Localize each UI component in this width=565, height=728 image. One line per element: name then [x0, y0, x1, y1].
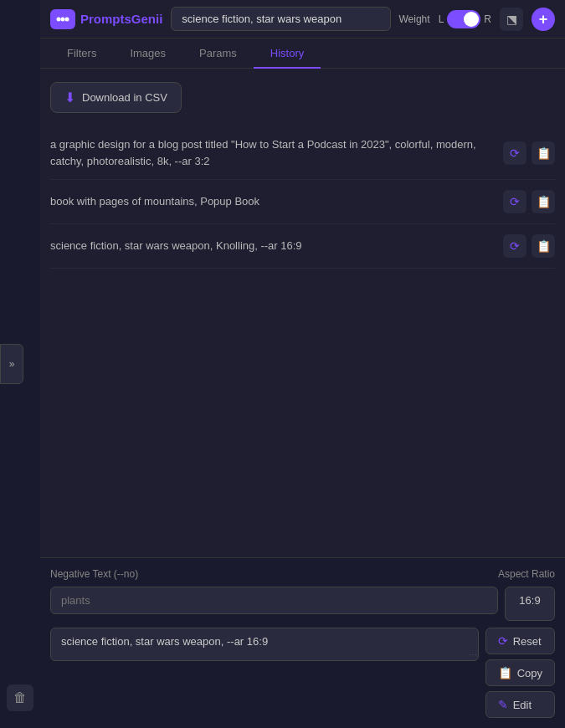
reload-icon: ⟳: [510, 146, 520, 160]
reload-icon: ⟳: [510, 239, 520, 253]
csv-button-label: Download in CSV: [82, 91, 167, 104]
reset-button[interactable]: ⟳ Reset: [485, 628, 555, 654]
logo-icon: [50, 9, 75, 29]
reset-icon: ⟳: [498, 634, 508, 648]
toggle-switch[interactable]: [447, 10, 480, 28]
action-buttons: ⟳ Reset 📋 Copy ✎ Edit: [485, 628, 555, 718]
aspect-ratio-display: 16:9: [505, 587, 555, 621]
tabs-bar: Filters Images Params History: [40, 38, 565, 69]
toggle-left-label: L: [439, 13, 444, 25]
export-icon: ⬔: [506, 13, 517, 26]
history-item-text: science fiction, star wars weapon, Knoll…: [50, 238, 496, 254]
history-item: a graphic design for a blog post titled …: [50, 126, 555, 180]
copy-icon: 📋: [498, 666, 512, 679]
header: PromptsGenii Weight L R ⬔ +: [40, 0, 565, 38]
tab-history[interactable]: History: [254, 38, 321, 68]
plus-icon: +: [539, 12, 548, 27]
logo: PromptsGenii: [50, 9, 162, 29]
weight-label: Weight: [399, 13, 430, 25]
item-reload-button[interactable]: ⟳: [503, 190, 526, 213]
prompt-display: science fiction, star wars weapon, --ar …: [50, 628, 479, 661]
history-item: science fiction, star wars weapon, Knoll…: [50, 224, 555, 269]
copy-icon: 📋: [537, 239, 551, 253]
tab-images[interactable]: Images: [113, 38, 182, 68]
toggle-group: L R: [439, 10, 491, 28]
export-button[interactable]: ⬔: [500, 8, 523, 31]
chevron-right-icon: »: [9, 358, 15, 370]
resize-handle[interactable]: ⋯: [469, 650, 477, 659]
download-icon: ⬇: [64, 90, 75, 105]
item-reload-button[interactable]: ⟳: [503, 234, 526, 258]
download-csv-button[interactable]: ⬇ Download in CSV: [50, 82, 182, 113]
copy-label: Copy: [517, 667, 542, 679]
copy-button[interactable]: 📋 Copy: [485, 659, 555, 686]
toggle-right-label: R: [484, 13, 491, 25]
history-item: book with pages of mountains, Popup Book…: [50, 180, 555, 224]
negative-text-label: Negative Text (--no): [50, 568, 138, 580]
item-actions: ⟳ 📋: [503, 190, 555, 213]
logo-text: PromptsGenii: [80, 12, 162, 26]
reload-icon: ⟳: [510, 195, 520, 208]
item-actions: ⟳ 📋: [503, 141, 555, 165]
sidebar-toggle-button[interactable]: »: [0, 344, 23, 384]
history-panel: ⬇ Download in CSV a graphic design for a…: [40, 69, 565, 557]
item-copy-button[interactable]: 📋: [532, 234, 555, 258]
aspect-ratio-label: Aspect Ratio: [498, 568, 555, 580]
search-input[interactable]: [171, 7, 390, 31]
tab-filters[interactable]: Filters: [50, 38, 113, 68]
tab-params[interactable]: Params: [182, 38, 254, 68]
edit-icon: ✎: [498, 698, 508, 711]
copy-icon: 📋: [537, 195, 551, 208]
copy-icon: 📋: [537, 146, 551, 160]
reset-label: Reset: [513, 635, 542, 648]
toggle-knob: [464, 12, 479, 27]
svg-point-0: [57, 17, 61, 21]
trash-icon: 🗑: [13, 690, 27, 705]
item-copy-button[interactable]: 📋: [532, 141, 555, 165]
item-actions: ⟳ 📋: [503, 234, 555, 258]
item-copy-button[interactable]: 📋: [532, 190, 555, 213]
svg-point-2: [65, 17, 69, 21]
negative-text-input[interactable]: [50, 587, 498, 614]
history-item-text: book with pages of mountains, Popup Book: [50, 193, 496, 210]
edit-label: Edit: [513, 699, 532, 711]
edit-button[interactable]: ✎ Edit: [485, 691, 555, 718]
bottom-labels-row: Negative Text (--no) Aspect Ratio: [50, 568, 555, 580]
history-item-text: a graphic design for a blog post titled …: [50, 136, 496, 169]
svg-point-1: [61, 17, 65, 21]
prompt-action-row: science fiction, star wars weapon, --ar …: [50, 628, 555, 718]
item-reload-button[interactable]: ⟳: [503, 141, 526, 165]
trash-button[interactable]: 🗑: [7, 684, 33, 711]
bottom-panel: Negative Text (--no) Aspect Ratio 16:9 s…: [40, 557, 565, 728]
add-button[interactable]: +: [532, 8, 555, 31]
